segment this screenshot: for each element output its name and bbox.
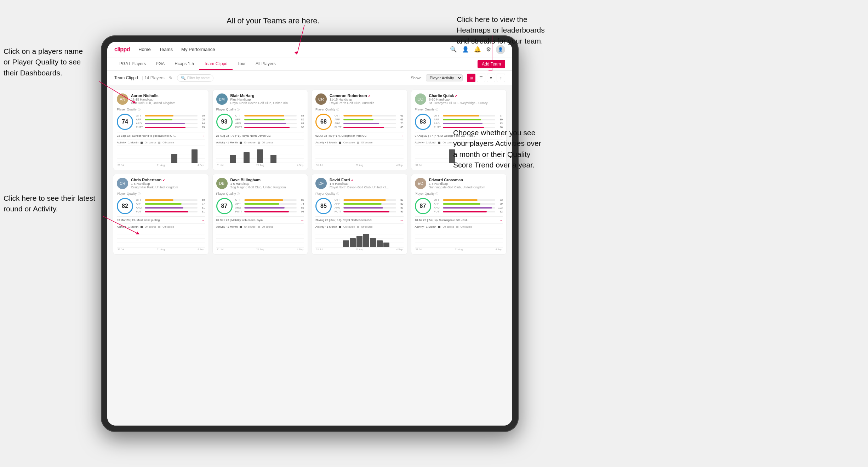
stat-row: PUTT 92 bbox=[434, 210, 503, 213]
chart-date: 31 Jul bbox=[316, 248, 323, 251]
quality-score[interactable]: 82 bbox=[117, 198, 133, 214]
stat-row: OTT 73 bbox=[434, 198, 503, 201]
latest-round[interactable]: 03 Mar 23 | 19, Must make putting → bbox=[117, 216, 205, 224]
player-name[interactable]: Blair McHarg bbox=[230, 93, 291, 98]
player-card[interactable]: DF David Ford ✔ 1-5 Handicap Royal North… bbox=[312, 174, 407, 255]
tab-pga[interactable]: PGA bbox=[151, 58, 170, 70]
chart-date: 4 Sep bbox=[198, 164, 204, 166]
stat-label: APP bbox=[434, 118, 442, 121]
stat-label: ARG bbox=[136, 206, 144, 209]
stat-bar-fill bbox=[145, 203, 182, 205]
quality-section[interactable]: 85 OTT 89 APP bbox=[315, 198, 404, 214]
off-course-dot bbox=[357, 142, 359, 144]
player-name[interactable]: David Ford ✔ bbox=[330, 178, 389, 182]
sort-button[interactable]: ↕ bbox=[497, 74, 505, 82]
list-view-button[interactable]: ☰ bbox=[477, 74, 485, 82]
settings-icon[interactable]: ⚙ bbox=[486, 46, 491, 53]
tab-team-clippd[interactable]: Team Clippd bbox=[199, 58, 233, 70]
on-course-label: On course bbox=[145, 141, 156, 144]
show-select[interactable]: Player Activity bbox=[426, 74, 463, 81]
stat-bar-bg bbox=[343, 123, 396, 124]
player-name[interactable]: Dave Billingham bbox=[230, 178, 286, 182]
stat-bar-bg bbox=[244, 203, 297, 205]
quality-section[interactable]: 74 OTT 60 APP bbox=[117, 114, 205, 130]
player-name[interactable]: Charlie Quick ✔ bbox=[429, 93, 490, 98]
round-arrow[interactable]: → bbox=[301, 134, 304, 138]
quality-section[interactable]: 93 OTT 84 APP bbox=[216, 114, 304, 130]
app-logo[interactable]: clippd bbox=[114, 46, 130, 53]
profile-icon[interactable]: 👤 bbox=[462, 46, 469, 53]
quality-score[interactable]: 87 bbox=[415, 198, 431, 214]
quality-score[interactable]: 85 bbox=[315, 198, 332, 214]
search-icon[interactable]: 🔍 bbox=[450, 46, 457, 53]
notification-icon[interactable]: 🔔 bbox=[474, 46, 481, 53]
round-arrow[interactable]: → bbox=[499, 218, 503, 222]
edit-team-icon[interactable]: ✎ bbox=[169, 75, 173, 81]
stat-label: OTT bbox=[235, 198, 243, 201]
player-card[interactable]: BM Blair McHarg Plus Handicap Royal Nort… bbox=[212, 90, 308, 170]
quality-section[interactable]: 87 OTT 73 APP bbox=[415, 198, 503, 214]
round-arrow[interactable]: → bbox=[301, 218, 304, 222]
round-text: 26 Aug 23 | 73 (+1), Royal North Devon G… bbox=[216, 134, 271, 137]
quality-score[interactable]: 83 bbox=[415, 114, 431, 130]
stat-value: 82 bbox=[298, 198, 304, 201]
stat-label: PUTT bbox=[235, 126, 243, 129]
filter-button[interactable]: ▼ bbox=[487, 74, 495, 82]
tab-pgat-players[interactable]: PGAT Players bbox=[114, 58, 151, 70]
player-club: Sunningdale Golf Club, United Kingdom bbox=[429, 186, 485, 189]
latest-round[interactable]: 26 Aug 23 | 84 (+12), Royal North Devon … bbox=[315, 216, 404, 224]
stat-label: OTT bbox=[335, 114, 342, 117]
nav-home[interactable]: Home bbox=[138, 45, 151, 53]
tab-hcaps[interactable]: Hcaps 1-5 bbox=[170, 58, 199, 70]
player-card[interactable]: CR Chris Robertson ✔ 1-5 Handicap Craigm… bbox=[113, 174, 209, 255]
stat-bar-fill bbox=[244, 127, 290, 128]
player-card[interactable]: AN Aaron Nicholls 11-15 Handicap Drift G… bbox=[113, 90, 209, 170]
latest-round[interactable]: 02 Sep 23 | Sunset round to get back int… bbox=[117, 132, 205, 139]
quality-score[interactable]: 68 bbox=[315, 114, 332, 130]
player-card[interactable]: EC Edward Crossman 1-5 Handicap Sunningd… bbox=[411, 174, 507, 255]
stat-bar-bg bbox=[145, 199, 198, 201]
add-team-button[interactable]: Add Team bbox=[478, 60, 505, 68]
stat-value: 85 bbox=[298, 118, 304, 121]
latest-round[interactable]: 26 Aug 23 | 73 (+1), Royal North Devon G… bbox=[216, 132, 304, 139]
player-card[interactable]: DB Dave Billingham 1-5 Handicap Sog Magi… bbox=[212, 174, 308, 255]
latest-round[interactable]: 04 Sep 23 | Mobility with coach, Gym → bbox=[216, 216, 304, 224]
chart-bars bbox=[216, 230, 304, 247]
team-count: | 14 Players bbox=[142, 75, 165, 80]
round-arrow[interactable]: → bbox=[400, 218, 404, 222]
round-arrow[interactable]: → bbox=[201, 134, 205, 138]
stat-value: 60 bbox=[199, 198, 205, 201]
tab-tour[interactable]: Tour bbox=[233, 58, 251, 70]
search-field[interactable]: 🔍 Filter by name bbox=[177, 74, 213, 82]
quality-section[interactable]: 87 OTT 82 APP bbox=[216, 198, 304, 214]
chart-date: 31 Jul bbox=[118, 164, 124, 166]
stat-bar-bg bbox=[343, 119, 396, 120]
latest-round[interactable]: 02 Jul 23 | 59 (+17), Craigmillar Park G… bbox=[315, 132, 404, 139]
quality-section[interactable]: 82 OTT 60 APP bbox=[117, 198, 205, 214]
player-name[interactable]: Chris Robertson ✔ bbox=[131, 178, 178, 182]
nav-my-performance[interactable]: My Performance bbox=[181, 45, 215, 53]
quality-section[interactable]: 68 OTT 61 APP bbox=[315, 114, 404, 130]
quality-score[interactable]: 93 bbox=[216, 114, 233, 130]
nav-teams[interactable]: Teams bbox=[159, 45, 173, 53]
quality-score[interactable]: 87 bbox=[216, 198, 233, 214]
quality-label: Player Quality ⓘ bbox=[117, 108, 205, 112]
player-name[interactable]: Cameron Robertson ✔ bbox=[330, 93, 375, 98]
player-card[interactable]: CR Cameron Robertson ✔ 11-15 Handicap Ro… bbox=[312, 90, 407, 170]
quality-label: Player Quality ⓘ bbox=[415, 108, 503, 112]
chart-dates: 31 Jul21 Aug4 Sep bbox=[117, 164, 205, 166]
quality-score[interactable]: 74 bbox=[117, 114, 133, 130]
player-name[interactable]: Aaron Nicholls bbox=[131, 93, 176, 98]
player-name[interactable]: Edward Crossman bbox=[429, 178, 485, 182]
stat-label: PUTT bbox=[434, 126, 442, 129]
stat-label: APP bbox=[335, 202, 342, 205]
round-arrow[interactable]: → bbox=[201, 218, 205, 222]
tab-all-players[interactable]: All Players bbox=[251, 58, 281, 70]
player-handicap: 1-5 Handicap bbox=[429, 182, 485, 186]
stat-value: 73 bbox=[496, 198, 503, 201]
grid-view-button[interactable]: ⊞ bbox=[467, 74, 475, 82]
latest-round[interactable]: 18 Jul 23 | 74 (+4), Sunningdale GC - Ol… bbox=[415, 216, 503, 224]
stat-row: PUTT 85 bbox=[136, 126, 205, 129]
round-arrow[interactable]: → bbox=[400, 134, 404, 138]
chart-bars bbox=[117, 146, 205, 163]
